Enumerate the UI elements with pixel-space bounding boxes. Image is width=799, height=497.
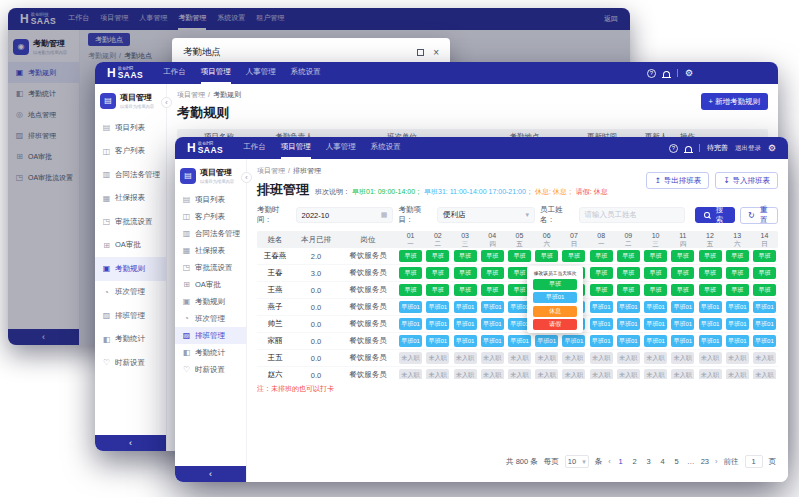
shift-chip[interactable]: 早班 [699,267,722,279]
nav-item[interactable]: 人事管理 [246,62,276,84]
shift-chip[interactable]: 早班 [699,250,722,262]
page-size-select[interactable]: 10 ▾ [565,455,589,468]
shift-chip[interactable]: 早班01 [617,318,640,330]
shift-chip[interactable]: 早班01 [753,335,776,347]
collapse-trigger-icon[interactable]: ‹ [241,172,252,183]
shift-chip[interactable]: 早班01 [753,301,776,313]
shift-chip[interactable]: 未入职 [535,352,558,364]
attendance-month-input[interactable]: 2022-10 ▦ [296,207,394,223]
shift-chip[interactable]: 早班01 [671,301,694,313]
shift-chip[interactable]: 早班 [671,250,694,262]
shift-chip[interactable]: 早班01 [562,335,585,347]
shift-chip[interactable]: 早班01 [481,301,504,313]
sidebar-item[interactable]: ◫ 客户列表 [175,208,246,225]
shift-chip[interactable]: 早班01 [644,318,667,330]
shift-chip[interactable]: 早班 [454,250,477,262]
sidebar-item[interactable]: ◳ 审批流设置 [95,210,166,234]
shift-chip[interactable]: 未入职 [399,369,422,379]
shift-chip[interactable]: 早班 [726,250,749,262]
sidebar-item[interactable]: ♡ 时薪设置 [95,351,166,375]
shift-chip[interactable]: 早班 [726,284,749,296]
app-logo[interactable]: H 欢创HR SAAS [187,141,223,155]
shift-chip[interactable]: 早班01 [699,318,722,330]
employee-name-input[interactable]: 请输入员工姓名 [579,207,686,223]
shift-chip[interactable]: 早班 [535,250,558,262]
shift-chip[interactable]: 未入职 [590,352,613,364]
shift-chip[interactable]: 未入职 [726,369,749,379]
shift-chip[interactable]: 早班 [481,267,504,279]
sidebar-item[interactable]: ♡ 时薪设置 [175,361,246,378]
sidebar-item[interactable]: ▦ 社保报表 [95,187,166,211]
shift-chip[interactable]: 未入职 [481,352,504,364]
shift-chip[interactable]: 早班01 [454,318,477,330]
shift-option[interactable]: 请假 [533,319,577,330]
shift-chip[interactable]: 早班01 [508,335,531,347]
shift-chip[interactable]: 早班01 [726,301,749,313]
shift-chip[interactable]: 早班 [481,284,504,296]
nav-item[interactable]: 项目管理 [201,62,231,84]
shift-chip[interactable]: 早班 [644,284,667,296]
add-attendance-rule-button[interactable]: + 新增考勤规则 [701,93,768,110]
shift-chip[interactable]: 早班 [590,267,613,279]
shift-chip[interactable]: 早班 [617,250,640,262]
shift-chip[interactable]: 早班01 [699,335,722,347]
shift-chip[interactable]: 早班01 [617,335,640,347]
shift-chip[interactable]: 未入职 [399,352,422,364]
shift-chip[interactable]: 早班01 [481,318,504,330]
shift-chip[interactable]: 早班01 [671,318,694,330]
shift-chip[interactable]: 早班01 [481,335,504,347]
page-number[interactable]: 3 [645,457,653,466]
shift-chip[interactable]: 早班 [426,250,449,262]
app-logo[interactable]: H 欢创HR SAAS [107,66,143,80]
shift-chip[interactable]: 未入职 [699,369,722,379]
shift-chip[interactable]: 早班 [399,284,422,296]
shift-chip[interactable]: 未入职 [753,352,776,364]
shift-chip[interactable]: 未入职 [644,352,667,364]
shift-chip[interactable]: 早班01 [753,318,776,330]
shift-chip[interactable]: 未入职 [699,352,722,364]
shift-chip[interactable]: 早班01 [590,335,613,347]
shift-chip[interactable]: 未入职 [590,369,613,379]
shift-chip[interactable]: 早班 [590,250,613,262]
shift-chip[interactable]: 早班 [753,267,776,279]
sidebar-item[interactable]: ⊞ OA审批 [95,234,166,258]
help-icon[interactable]: ? [669,144,678,153]
sidebar-item[interactable]: ▨ 排班管理 [95,304,166,328]
sidebar-item[interactable]: ◧ 考勤统计 [175,344,246,361]
sidebar-item[interactable]: ▥ 合同法务管理 [95,163,166,187]
shift-chip[interactable]: 未入职 [481,369,504,379]
shift-chip[interactable]: 早班 [726,267,749,279]
shift-chip[interactable]: 早班 [399,250,422,262]
shift-chip[interactable]: 早班01 [590,318,613,330]
shift-chip[interactable]: 未入职 [508,369,531,379]
bell-icon[interactable] [685,146,692,152]
shift-chip[interactable]: 早班 [590,284,613,296]
export-schedule-button[interactable]: ↥ 导出排班表 [646,172,709,189]
shift-chip[interactable]: 未入职 [454,352,477,364]
collapse-sidebar-button[interactable]: ‹ [95,435,166,451]
sidebar-item[interactable]: ◔ 班次管理 [175,310,246,327]
shift-chip[interactable]: 未入职 [617,352,640,364]
shift-chip[interactable]: 早班01 [590,301,613,313]
page-number[interactable]: … [687,457,695,466]
shift-chip[interactable]: 未入职 [426,352,449,364]
shift-chip[interactable]: 早班 [753,250,776,262]
sidebar-item[interactable]: ▨ 排班管理 [175,327,246,344]
shift-chip[interactable]: 未入职 [671,352,694,364]
shift-chip[interactable]: 早班01 [699,301,722,313]
nav-item[interactable]: 系统设置 [291,62,321,84]
shift-chip[interactable]: 早班 [562,250,585,262]
shift-option[interactable]: 早班 [533,279,577,290]
shift-chip[interactable]: 早班 [671,267,694,279]
reset-button[interactable]: ↻ 重置 [740,207,778,224]
gear-icon[interactable]: ⚙ [768,144,776,153]
user-name[interactable]: 待完善 [707,143,728,153]
sidebar-item[interactable]: ▦ 社保报表 [175,242,246,259]
shift-chip[interactable]: 早班01 [617,301,640,313]
page-number[interactable]: 4 [659,457,667,466]
page-number[interactable]: 2 [631,457,639,466]
import-schedule-button[interactable]: ↧ 导入排班表 [715,172,778,189]
sidebar-item[interactable]: ▣ 考勤规则 [175,293,246,310]
shift-chip[interactable]: 早班01 [426,301,449,313]
collapse-sidebar-button[interactable]: ‹ [175,466,246,482]
